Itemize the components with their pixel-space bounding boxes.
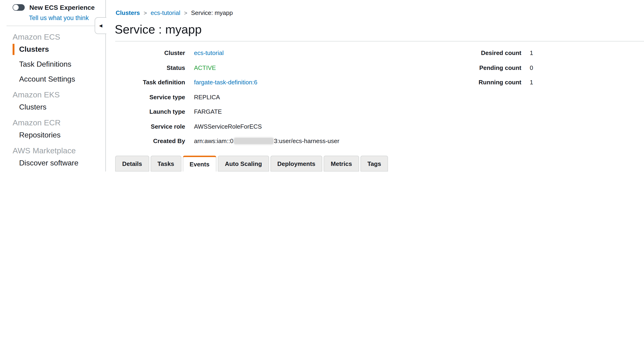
sidebar-item-repositories[interactable]: Repositories — [0, 130, 105, 140]
sidebar-section-header-aws-marketplace: AWS Marketplace — [0, 146, 105, 156]
feedback-link[interactable]: Tell us what you think — [29, 14, 89, 21]
sidebar-item-discover-software[interactable]: Discover software — [0, 158, 105, 168]
detail-row-desired-count: Desired count1 — [420, 46, 533, 60]
detail-label: Service role — [115, 123, 185, 130]
sidebar-item-clusters[interactable]: Clusters — [0, 45, 105, 54]
breadcrumb-service-myapp: Service: myapp — [191, 9, 233, 16]
detail-row-service-role: Service roleAWSServiceRoleForECS — [115, 119, 339, 134]
tab-deployments[interactable]: Deployments — [270, 156, 322, 171]
detail-row-cluster: Clusterecs-tutorial — [115, 46, 339, 60]
sidebar-divider — [6, 26, 97, 26]
sidebar-item-label: Clusters — [19, 102, 46, 112]
detail-label: Pending count — [420, 64, 521, 71]
breadcrumb-ecs-tutorial[interactable]: ecs-tutorial — [150, 9, 180, 16]
sidebar-item-label: Clusters — [19, 45, 49, 54]
ecs-console-page: New ECS Experience Tell us what you thin… — [0, 0, 644, 171]
active-item-indicator — [12, 44, 14, 55]
detail-row-pending-count: Pending count0 — [420, 60, 533, 75]
sidebar-item-task-definitions[interactable]: Task Definitions — [0, 60, 105, 69]
new-ecs-experience-label: New ECS Experience — [30, 4, 95, 11]
detail-value: 0 — [530, 64, 533, 71]
detail-value: 1 — [530, 79, 533, 86]
detail-value-text: 1 — [530, 79, 533, 86]
detail-row-service-type: Service typeREPLICA — [115, 90, 339, 104]
detail-value: ecs-tutorial — [194, 50, 224, 57]
tab-bar: DetailsTasksEventsAuto ScalingDeployment… — [115, 156, 388, 171]
tab-details[interactable]: Details — [115, 156, 149, 171]
detail-value-text: 0 — [530, 64, 533, 71]
tab-tags[interactable]: Tags — [360, 156, 388, 171]
sidebar-section-header-amazon-eks: Amazon EKS — [0, 90, 105, 100]
sidebar-item-label: Discover software — [19, 158, 78, 168]
tab-tasks[interactable]: Tasks — [150, 156, 181, 171]
sidebar-item-label: Task Definitions — [19, 60, 71, 69]
created-by-prefix: arn:aws:iam::0 — [194, 138, 234, 145]
service-counts: Desired count1Pending count0Running coun… — [420, 46, 533, 90]
breadcrumb-clusters[interactable]: Clusters — [116, 9, 140, 16]
detail-value: ACTIVE — [194, 64, 216, 71]
sidebar-item-label: Repositories — [19, 130, 60, 140]
new-ecs-experience-toggle[interactable] — [12, 4, 25, 11]
tab-metrics[interactable]: Metrics — [324, 156, 359, 171]
sidebar-nav: Amazon ECSClustersTask DefinitionsAccoun… — [0, 29, 105, 171]
detail-value-text: FARGATE — [194, 108, 222, 115]
detail-value-text: 1 — [530, 50, 533, 57]
detail-value: 1 — [530, 50, 533, 57]
detail-value: REPLICA — [194, 94, 220, 101]
sidebar-section-header-amazon-ecr: Amazon ECR — [0, 118, 105, 128]
detail-label: Created By — [115, 138, 185, 145]
detail-value-link[interactable]: ecs-tutorial — [194, 50, 224, 57]
detail-label: Service type — [115, 94, 185, 101]
created-by-suffix: 3:user/ecs-harness-user — [274, 138, 339, 145]
detail-label: Task definition — [115, 79, 185, 86]
detail-value: fargate-task-definition:6 — [194, 79, 258, 86]
detail-row-launch-type: Launch typeFARGATE — [115, 104, 339, 119]
tab-events[interactable]: Events — [182, 156, 216, 171]
redacted-account-id — [234, 138, 273, 144]
detail-value-text: REPLICA — [194, 94, 220, 101]
sidebar-collapse-button[interactable]: ◀ — [95, 17, 106, 34]
detail-value: AWSServiceRoleForECS — [194, 123, 262, 130]
detail-row-created-by: Created Byarn:aws:iam::03:user/ecs-harne… — [115, 134, 339, 148]
new-ecs-experience-row: New ECS Experience — [12, 4, 95, 11]
title-divider — [115, 41, 644, 41]
detail-label: Cluster — [115, 50, 185, 57]
sidebar-section-header-amazon-ecs: Amazon ECS — [0, 33, 105, 42]
detail-value: FARGATE — [194, 108, 222, 115]
toggle-knob-icon — [13, 5, 19, 10]
breadcrumb: Clusters>ecs-tutorial>Service: myapp — [116, 9, 233, 16]
detail-row-status: StatusACTIVE — [115, 60, 339, 75]
detail-label: Launch type — [115, 108, 185, 115]
detail-label: Status — [115, 64, 185, 71]
breadcrumb-separator: > — [144, 10, 147, 16]
detail-row-task-definition: Task definitionfargate-task-definition:6 — [115, 75, 339, 90]
breadcrumb-separator: > — [184, 10, 187, 16]
collapse-left-icon: ◀ — [99, 23, 102, 28]
detail-label: Desired count — [420, 50, 521, 57]
sidebar-item-label: Account Settings — [19, 74, 75, 84]
tab-auto-scaling[interactable]: Auto Scaling — [218, 156, 269, 171]
detail-value: arn:aws:iam::03:user/ecs-harness-user — [194, 138, 339, 145]
sidebar-item-account-settings[interactable]: Account Settings — [0, 74, 105, 84]
detail-label: Running count — [420, 79, 521, 86]
detail-row-running-count: Running count1 — [420, 75, 533, 90]
service-details: Clusterecs-tutorialStatusACTIVETask defi… — [115, 46, 339, 148]
status-badge: ACTIVE — [194, 64, 216, 71]
detail-value-text: AWSServiceRoleForECS — [194, 123, 262, 130]
sidebar: New ECS Experience Tell us what you thin… — [0, 0, 106, 171]
detail-value-link[interactable]: fargate-task-definition:6 — [194, 79, 258, 86]
page-title: Service : myapp — [115, 22, 202, 37]
sidebar-item-clusters[interactable]: Clusters — [0, 102, 105, 112]
